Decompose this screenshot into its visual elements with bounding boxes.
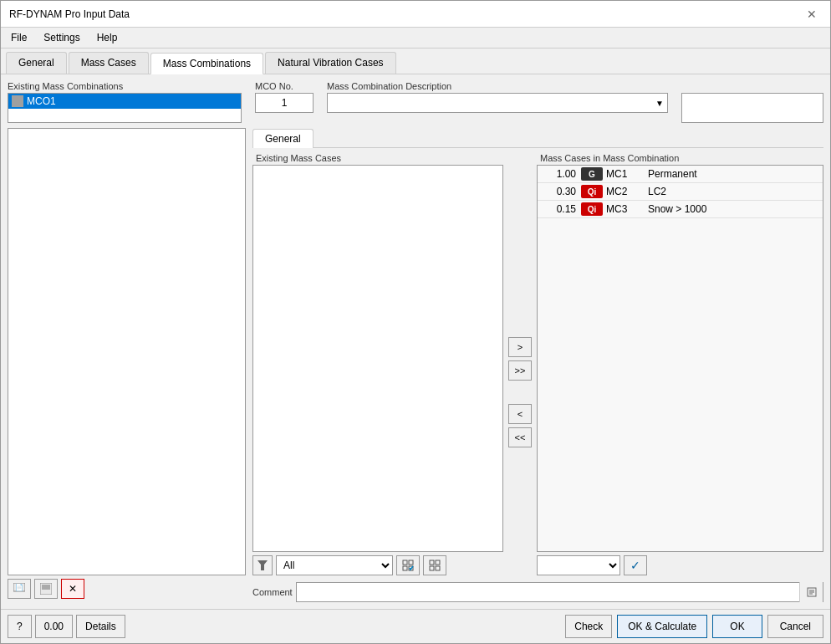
mass-cases-in-comb-header: Mass Cases in Mass Combination	[537, 151, 823, 165]
mc-badge-1: G	[581, 167, 603, 181]
mc-row-2[interactable]: 0.30 Qi MC2 LC2	[538, 183, 823, 201]
select-all-btn[interactable]	[396, 555, 420, 575]
left-column: Existing Mass Cases All	[252, 151, 503, 579]
filter-select[interactable]: All	[276, 555, 393, 575]
desc-input[interactable]	[328, 95, 652, 110]
footer-right: Check OK & Calculate OK Cancel	[565, 615, 823, 638]
mc-factor-3: 0.15	[539, 203, 581, 215]
num-format-button[interactable]: 0.00	[35, 615, 73, 638]
desc-label: Mass Combination Description	[327, 81, 668, 91]
tab-mass-combinations[interactable]: Mass Combinations	[150, 53, 263, 74]
mco-no-input[interactable]	[255, 93, 314, 113]
main-tabs: General Mass Cases Mass Combinations Nat…	[1, 49, 830, 74]
existing-panel: Existing Mass Combinations MCO1	[8, 81, 242, 123]
inner-tab-general[interactable]: General	[252, 129, 314, 148]
bottom-right-dropdown[interactable]	[537, 555, 620, 575]
mc-desc-2: LC2	[648, 186, 821, 197]
menu-bar: File Settings Help	[1, 28, 830, 49]
remove-single-btn[interactable]: <	[508, 404, 532, 424]
save-list-item-button[interactable]	[34, 579, 58, 599]
svg-rect-10	[436, 560, 440, 565]
bottom-filter-row: All	[252, 552, 503, 579]
svg-rect-3	[42, 585, 50, 590]
mc-name-1: MC1	[606, 168, 648, 180]
close-button[interactable]: ✕	[802, 6, 822, 23]
menu-settings[interactable]: Settings	[37, 29, 86, 46]
svg-rect-6	[409, 560, 413, 565]
svg-marker-4	[257, 560, 268, 570]
desc-input-wrap: ▼	[327, 93, 668, 113]
comment-row: Comment	[252, 579, 823, 602]
right-area: General Existing Mass Cases	[252, 128, 823, 602]
svg-text:📄: 📄	[15, 583, 23, 591]
svg-rect-5	[403, 560, 407, 565]
num-format-label: 0.00	[44, 621, 64, 632]
main-content: Existing Mass Combinations MCO1 MCO No. …	[1, 74, 830, 609]
ok-calculate-button[interactable]: OK & Calculate	[617, 615, 707, 638]
tab-natural-vibration-cases[interactable]: Natural Vibration Cases	[265, 52, 396, 74]
details-button[interactable]: Details	[76, 615, 125, 638]
mc-factor-2: 0.30	[539, 186, 581, 197]
main-window: RF-DYNAM Pro Input Data ✕ File Settings …	[0, 0, 831, 644]
svg-rect-7	[403, 566, 407, 570]
svg-rect-12	[436, 566, 440, 570]
add-single-btn[interactable]: >	[508, 337, 532, 357]
two-column-area: Existing Mass Cases All	[252, 151, 823, 579]
title-bar: RF-DYNAM Pro Input Data ✕	[1, 1, 830, 28]
comment-input-wrap	[296, 582, 823, 602]
combination-item-label: MCO1	[27, 95, 56, 107]
mco-no-panel: MCO No.	[255, 81, 314, 113]
desc-dropdown-btn[interactable]: ▼	[652, 99, 667, 108]
cancel-button[interactable]: Cancel	[767, 615, 823, 638]
mc-name-2: MC2	[606, 186, 648, 197]
middle-buttons: > >> < <<	[503, 151, 537, 579]
footer: ? 0.00 Details Check OK & Calculate OK C…	[1, 609, 830, 643]
mc-badge-3: Qi	[581, 202, 603, 216]
mc-desc-1: Permanent	[648, 168, 821, 180]
confirm-btn[interactable]: ✓	[624, 555, 647, 575]
svg-rect-9	[430, 560, 434, 565]
help-button[interactable]: ?	[8, 615, 32, 638]
inner-tab-row: General	[252, 128, 823, 148]
comment-input[interactable]	[297, 585, 799, 600]
menu-help[interactable]: Help	[90, 29, 125, 46]
mco-no-label: MCO No.	[255, 81, 314, 91]
tab-general[interactable]: General	[6, 52, 67, 74]
window-title: RF-DYNAM Pro Input Data	[9, 8, 130, 20]
comment-label: Comment	[252, 587, 293, 597]
remove-all-btn[interactable]: <<	[508, 427, 532, 447]
tab-mass-cases[interactable]: Mass Cases	[69, 52, 149, 74]
add-list-item-button[interactable]: 📄	[8, 579, 31, 599]
list-bottom-buttons: 📄 ✕	[8, 575, 246, 602]
ok-button[interactable]: OK	[712, 615, 762, 638]
help-icon: ?	[17, 621, 23, 632]
existing-mass-cases-list[interactable]	[252, 165, 503, 552]
footer-left: ? 0.00 Details	[8, 615, 125, 638]
check-button[interactable]: Check	[565, 615, 612, 638]
left-sidebar: 📄 ✕	[8, 128, 246, 602]
existing-panel-label: Existing Mass Combinations	[8, 81, 242, 91]
bottom-right-filter: ✓	[537, 552, 823, 579]
mc-badge-2: Qi	[581, 185, 603, 198]
comment-options-btn[interactable]	[799, 582, 823, 602]
filter-icon-btn[interactable]	[252, 555, 273, 575]
existing-mass-cases-header: Existing Mass Cases	[252, 151, 503, 165]
mc-name-3: MC3	[606, 203, 648, 215]
deselect-all-btn[interactable]	[423, 555, 446, 575]
svg-rect-11	[430, 566, 434, 570]
mass-cases-table: 1.00 G MC1 Permanent 0.30 Qi MC2 LC2	[537, 165, 823, 552]
mc-desc-3: Snow > 1000	[648, 203, 821, 215]
mc-factor-1: 1.00	[539, 168, 581, 180]
existing-combinations-list[interactable]: MCO1	[8, 93, 242, 123]
extra-panel	[681, 93, 823, 123]
combination-icon	[12, 95, 23, 107]
left-empty-area	[8, 128, 246, 575]
menu-file[interactable]: File	[4, 29, 33, 46]
mc-row-3[interactable]: 0.15 Qi MC3 Snow > 1000	[538, 201, 823, 218]
desc-panel: Mass Combination Description ▼	[327, 81, 668, 113]
delete-list-item-button[interactable]: ✕	[61, 579, 84, 599]
mc-row-1[interactable]: 1.00 G MC1 Permanent	[538, 166, 823, 183]
top-section: Existing Mass Combinations MCO1 MCO No. …	[8, 81, 823, 123]
combination-item-mco1[interactable]: MCO1	[8, 94, 241, 109]
add-all-btn[interactable]: >>	[508, 360, 532, 381]
